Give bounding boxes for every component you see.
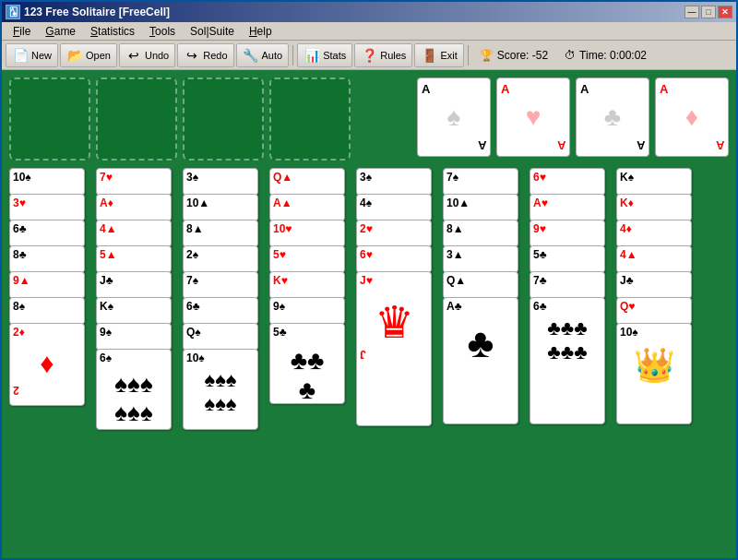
menu-file[interactable]: File [6, 23, 38, 40]
time-value: Time: 0:00:02 [579, 49, 647, 62]
foundation-slot-clubs[interactable]: A ♣ A [576, 77, 649, 157]
card-10h-c8[interactable]: 10♠ 👑 [616, 323, 692, 424]
menu-help[interactable]: Help [242, 23, 280, 40]
undo-button[interactable]: ↩ Undo [119, 43, 175, 67]
auto-icon: 🔧 [243, 47, 259, 64]
card-ad[interactable]: A♦ [96, 194, 172, 221]
card-6h[interactable]: 6♥ [356, 245, 432, 273]
stats-button[interactable]: 📊 Stats [297, 43, 352, 67]
column-8[interactable]: K♠ K♦ 4♦ 4▲ J♣ Q♥ 10♠ 👑 [616, 168, 697, 463]
card-10h[interactable]: 10♥ [269, 220, 345, 247]
card-10s[interactable]: 10♠ [9, 168, 85, 196]
card-kh[interactable]: K♥ [269, 271, 345, 299]
open-button[interactable]: 📂 Open [60, 43, 117, 67]
card-8c-c1[interactable]: 8♣ [9, 245, 85, 273]
card-3s-c5[interactable]: 3♠ [356, 168, 432, 196]
card-5c[interactable]: 5♣ ♣♣♣ [269, 323, 345, 404]
foundation-clubs-rank-bot: A [637, 138, 645, 152]
column-6[interactable]: 7♠ 10▲ 8▲ 3▲ Q▲ A♣ ♣ [443, 168, 524, 463]
card-ah[interactable]: A♥ [530, 194, 605, 221]
card-6s[interactable]: 6♠ ♠♠♠♠♠♠ [96, 349, 172, 430]
card-jd[interactable]: J♣ [96, 271, 172, 299]
new-button[interactable]: 📄 New [6, 43, 58, 67]
card-10c[interactable]: 10♠ ♠♠♠♠♠♠ [183, 349, 258, 430]
card-kd-c8[interactable]: K♦ [616, 194, 692, 221]
freecell-slot-3[interactable] [183, 77, 264, 161]
exit-button[interactable]: 🚪 Exit [414, 43, 463, 67]
card-5c-c7[interactable]: 5♣ [530, 245, 605, 273]
card-7s-c6[interactable]: 7♠ [443, 168, 518, 196]
score-display: 🏆 Score: -52 [472, 47, 555, 64]
card-4d-c8[interactable]: 4♦ [616, 220, 692, 247]
menu-tools[interactable]: Tools [142, 23, 183, 40]
card-7s[interactable]: 7♠ [183, 271, 258, 299]
column-4[interactable]: Q▲ A▲ 10♥ 5♥ K♥ 9♠ 5♣ ♣♣♣ [269, 168, 351, 463]
menu-solsuite[interactable]: Sol|Suite [183, 23, 242, 40]
foundation-clubs-suit: ♣ [604, 102, 621, 132]
stats-label: Stats [323, 50, 346, 61]
freecell-slot-1[interactable] [9, 77, 90, 161]
card-9h-c1[interactable]: 9▲ [9, 271, 85, 299]
card-6c-c7[interactable]: 6♣ ♣♣♣♣♣♣ [530, 297, 605, 424]
card-8tri[interactable]: 8▲ [183, 220, 258, 247]
card-qc[interactable]: Q♠ [183, 323, 258, 351]
undo-icon: ↩ [125, 47, 142, 64]
toolbar-separator-2 [468, 45, 469, 66]
card-10tri[interactable]: 10▲ [183, 194, 258, 221]
column-2[interactable]: 7♥ A♦ 4▲ 5▲ J♣ K♠ 9♠ 6♠ ♠♠♠♠♠♠ [96, 168, 177, 463]
foundation-slot-spades[interactable]: A ♠ A [417, 77, 491, 157]
card-5h[interactable]: 5♥ [269, 245, 345, 273]
menu-game[interactable]: Game [38, 23, 83, 40]
card-3s[interactable]: 3♠ [183, 168, 258, 196]
card-10tri-c6[interactable]: 10▲ [443, 194, 518, 221]
rules-button[interactable]: ❓ Rules [354, 43, 412, 67]
maximize-button[interactable]: □ [701, 6, 716, 18]
rules-label: Rules [380, 50, 406, 61]
card-8d-c1[interactable]: 8♠ [9, 297, 85, 325]
card-ks[interactable]: K♠ [616, 168, 692, 196]
freecell-slot-4[interactable] [269, 77, 351, 161]
freecell-slot-2[interactable] [96, 77, 177, 161]
card-3tri[interactable]: 3▲ [443, 245, 518, 273]
card-9h-c7[interactable]: 9♥ [530, 220, 605, 247]
card-6h-c7[interactable]: 6♥ [530, 168, 605, 196]
auto-button[interactable]: 🔧 Auto [236, 43, 290, 67]
menu-statistics[interactable]: Statistics [83, 23, 142, 40]
columns-area: 10♠ 3♥ 6♣ 8♣ 9▲ 8♠ 2♦ ♦ 2 7♥ A♦ 4▲ 5▲ J♣ [9, 168, 729, 551]
card-4d[interactable]: 4▲ [96, 220, 172, 247]
card-ac[interactable]: A♣ ♣ [443, 297, 518, 424]
card-6c-c1[interactable]: 6♣ [9, 220, 85, 247]
card-7c[interactable]: 7♣ [530, 271, 605, 299]
card-atri[interactable]: A▲ [269, 194, 345, 221]
column-3[interactable]: 3♠ 10▲ 8▲ 2♠ 7♠ 6♣ Q♠ 10♠ ♠♠♠♠♠♠ [183, 168, 264, 463]
card-9s-c4[interactable]: 9♠ [269, 297, 345, 325]
card-2s[interactable]: 2♠ [183, 245, 258, 273]
redo-button[interactable]: ↪ Redo [177, 43, 233, 67]
card-4tri[interactable]: 4▲ [616, 245, 692, 273]
card-3h[interactable]: 3♥ [9, 194, 85, 221]
foundation-slot-hearts[interactable]: A ♥ A [496, 77, 570, 157]
column-5[interactable]: 3♠ 4♠ 2♥ 6♥ J♥ ♛ J [356, 168, 437, 463]
card-qtri[interactable]: Q▲ [269, 168, 345, 196]
card-jh[interactable]: J♥ ♛ J [356, 271, 432, 426]
foundation-slot-diamonds[interactable]: A ♦ A [655, 77, 729, 157]
open-icon: 📂 [66, 47, 83, 64]
card-kd[interactable]: K♠ [96, 297, 172, 325]
toolbar-separator-1 [292, 45, 293, 66]
card-7h[interactable]: 7♥ [96, 168, 172, 196]
card-6c-c3[interactable]: 6♣ [183, 297, 258, 325]
foundation-hearts-suit: ♥ [526, 102, 542, 132]
minimize-button[interactable]: — [684, 6, 699, 18]
card-2h[interactable]: 2♥ [356, 220, 432, 247]
column-7[interactable]: 6♥ A♥ 9♥ 5♣ 7♣ 6♣ ♣♣♣♣♣♣ [530, 168, 611, 463]
card-jc-c8[interactable]: J♣ [616, 271, 692, 299]
card-2d-c1[interactable]: 2♦ ♦ 2 [9, 323, 85, 406]
column-1[interactable]: 10♠ 3♥ 6♣ 8♣ 9▲ 8♠ 2♦ ♦ 2 [9, 168, 90, 463]
card-qh[interactable]: Q♥ [616, 297, 692, 325]
card-qtri-c6[interactable]: Q▲ [443, 271, 518, 299]
card-8tri-c6[interactable]: 8▲ [443, 220, 518, 247]
card-4s[interactable]: 4♠ [356, 194, 432, 221]
card-9s[interactable]: 9♠ [96, 323, 172, 351]
card-5d[interactable]: 5▲ [96, 245, 172, 273]
close-button[interactable]: ✕ [718, 6, 732, 18]
